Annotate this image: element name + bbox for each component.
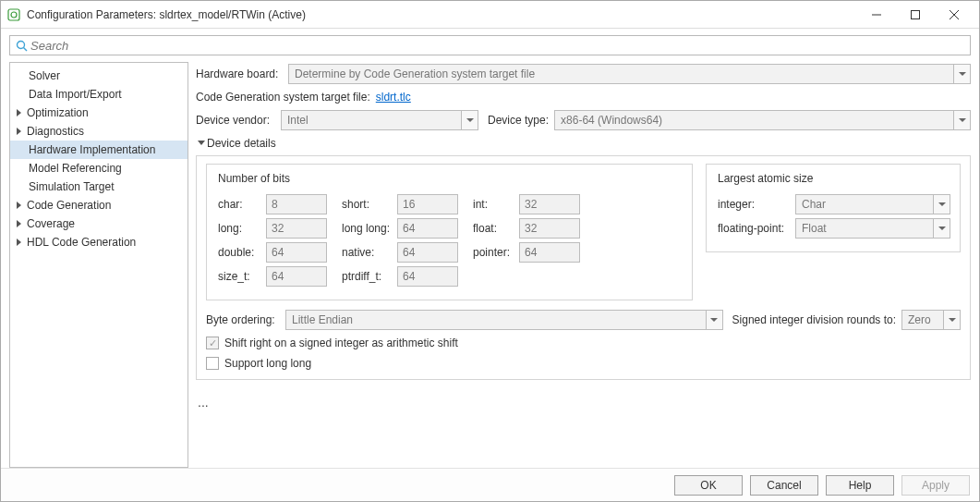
nav-item-coverage[interactable]: Coverage xyxy=(10,214,188,233)
nav-tree: SolverData Import/ExportOptimizationDiag… xyxy=(9,62,188,468)
size_t-value[interactable]: 64 xyxy=(266,266,327,287)
nav-item-label: Diagnostics xyxy=(25,125,84,138)
nav-item-diagnostics[interactable]: Diagnostics xyxy=(10,122,188,141)
long-value[interactable]: 32 xyxy=(266,218,327,239)
chevron-down-icon xyxy=(933,195,950,214)
shift-right-checkbox[interactable]: ✓ xyxy=(206,337,219,349)
triangle-right-icon xyxy=(14,202,25,209)
triangle-right-icon xyxy=(14,239,25,246)
nav-item-label: Hardware Implementation xyxy=(14,143,155,156)
char-value[interactable]: 8 xyxy=(266,194,327,214)
stf-label: Code Generation system target file: xyxy=(196,91,370,104)
svg-marker-19 xyxy=(710,318,718,322)
chevron-down-icon xyxy=(461,111,478,129)
cancel-button[interactable]: Cancel xyxy=(750,475,818,496)
nav-item-label: Data Import/Export xyxy=(14,88,122,101)
device-details-toggle[interactable]: Device details xyxy=(196,137,971,150)
svg-marker-9 xyxy=(17,128,21,135)
atomic-fp-dropdown[interactable]: Float xyxy=(795,218,950,239)
stf-link[interactable]: sldrt.tlc xyxy=(376,91,411,104)
search-icon xyxy=(14,38,29,53)
size_t-label: size_t: xyxy=(218,270,266,283)
search-input[interactable] xyxy=(29,39,966,53)
svg-line-7 xyxy=(23,47,27,51)
svg-marker-11 xyxy=(17,220,21,227)
searchbar[interactable] xyxy=(9,35,971,55)
nav-item-model-referencing[interactable]: Model Referencing xyxy=(10,159,188,178)
svg-marker-12 xyxy=(17,239,21,246)
triangle-right-icon xyxy=(14,220,25,227)
byte-ordering-dropdown[interactable]: Little Endian xyxy=(285,310,723,330)
device-details-fieldset: Number of bits char: 8 short: 16 int: 32… xyxy=(196,155,971,380)
short-label: short: xyxy=(342,198,397,211)
svg-marker-20 xyxy=(949,318,956,322)
number-of-bits-fieldset: Number of bits char: 8 short: 16 int: 32… xyxy=(206,164,693,300)
maximize-button[interactable] xyxy=(896,2,935,28)
nav-item-hdl-code-generation[interactable]: HDL Code Generation xyxy=(10,233,188,251)
triangle-right-icon xyxy=(14,109,25,116)
atomic-integer-label: integer: xyxy=(718,198,795,211)
rounding-dropdown[interactable]: Zero xyxy=(901,310,961,330)
main-area: SolverData Import/ExportOptimizationDiag… xyxy=(1,62,979,468)
nav-item-hardware-implementation[interactable]: Hardware Implementation xyxy=(10,141,188,159)
titlebar: Configuration Parameters: sldrtex_model/… xyxy=(1,1,979,29)
float-value[interactable]: 32 xyxy=(519,218,580,239)
longlong-value[interactable]: 64 xyxy=(397,218,458,239)
long-label: long: xyxy=(218,222,266,235)
device-type-label: Device type: xyxy=(488,114,549,127)
int-label: int: xyxy=(473,198,519,211)
minimize-button[interactable] xyxy=(857,2,896,28)
double-value[interactable]: 64 xyxy=(266,242,327,263)
pointer-label: pointer: xyxy=(473,246,519,259)
longlong-label: long long: xyxy=(342,222,397,235)
chevron-down-icon xyxy=(953,111,970,129)
more-ellipsis[interactable]: ... xyxy=(196,395,971,410)
support-longlong-checkbox[interactable] xyxy=(206,357,219,370)
chevron-down-icon xyxy=(933,219,950,238)
double-label: double: xyxy=(218,246,266,259)
chevron-down-icon xyxy=(706,311,722,329)
largest-atomic-size-title: Largest atomic size xyxy=(718,172,950,185)
atomic-integer-dropdown[interactable]: Char xyxy=(795,194,950,214)
int-value[interactable]: 32 xyxy=(519,194,580,214)
nav-item-label: Model Referencing xyxy=(14,162,122,175)
nav-item-label: Coverage xyxy=(25,217,75,230)
atomic-fp-label: floating-point: xyxy=(718,222,795,235)
short-value[interactable]: 16 xyxy=(397,194,458,214)
nav-item-code-generation[interactable]: Code Generation xyxy=(10,196,188,214)
nav-item-data-import-export[interactable]: Data Import/Export xyxy=(10,85,188,104)
content-pane: Hardware board: Determine by Code Genera… xyxy=(196,62,971,468)
device-type-value: x86-64 (Windows64) xyxy=(555,114,953,127)
nav-item-label: HDL Code Generation xyxy=(25,236,136,249)
pointer-value[interactable]: 64 xyxy=(519,242,580,263)
native-label: native: xyxy=(342,246,397,259)
chevron-down-icon xyxy=(953,65,970,83)
svg-rect-0 xyxy=(8,9,19,20)
char-label: char: xyxy=(218,198,266,211)
number-of-bits-title: Number of bits xyxy=(218,172,683,185)
svg-point-1 xyxy=(11,12,17,18)
native-value[interactable]: 64 xyxy=(397,242,458,263)
device-type-dropdown[interactable]: x86-64 (Windows64) xyxy=(554,110,971,130)
chevron-down-icon xyxy=(943,311,960,329)
help-button[interactable]: Help xyxy=(826,475,894,496)
apply-button[interactable]: Apply xyxy=(901,475,970,496)
hardware-board-dropdown[interactable]: Determine by Code Generation system targ… xyxy=(288,64,971,84)
svg-marker-15 xyxy=(959,118,966,122)
triangle-down-icon xyxy=(196,140,207,147)
rounding-value: Zero xyxy=(902,313,943,326)
svg-rect-3 xyxy=(912,10,920,18)
hardware-board-label: Hardware board: xyxy=(196,67,288,80)
close-button[interactable] xyxy=(935,2,974,28)
device-vendor-dropdown[interactable]: Intel xyxy=(281,110,478,130)
ok-button[interactable]: OK xyxy=(674,475,743,496)
nav-item-optimization[interactable]: Optimization xyxy=(10,104,188,122)
nav-item-label: Code Generation xyxy=(25,199,111,212)
rounding-label: Signed integer division rounds to: xyxy=(732,313,896,326)
nav-item-simulation-target[interactable]: Simulation Target xyxy=(10,178,188,196)
svg-marker-16 xyxy=(198,141,205,145)
nav-item-solver[interactable]: Solver xyxy=(10,67,188,85)
ptrdiff_t-value[interactable]: 64 xyxy=(397,266,458,287)
svg-marker-14 xyxy=(466,118,474,122)
svg-point-6 xyxy=(17,41,24,48)
